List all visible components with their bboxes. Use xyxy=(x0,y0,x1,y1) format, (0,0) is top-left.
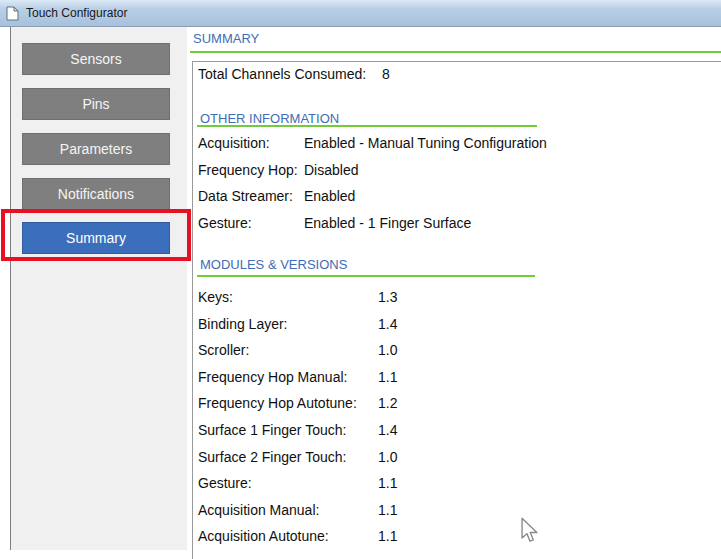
info-row-acquisition: Acquisition: Enabled - Manual Tuning Con… xyxy=(198,135,721,151)
info-label: Gesture: xyxy=(198,215,252,231)
module-version: 1.0 xyxy=(378,342,397,358)
module-label: Scroller: xyxy=(198,342,249,358)
module-version: 1.3 xyxy=(378,289,397,305)
module-label: Frequency Hop Autotune: xyxy=(198,395,357,411)
other-information-underline xyxy=(197,125,537,127)
sidebar-item-label: Summary xyxy=(66,230,126,246)
info-label: Frequency Hop: xyxy=(198,162,298,178)
summary-section-underline xyxy=(190,51,721,53)
window-title: Touch Configurator xyxy=(26,6,127,20)
summary-section-title: SUMMARY xyxy=(193,31,259,46)
modules-versions-title: MODULES & VERSIONS xyxy=(200,257,347,272)
info-label: Acquisition: xyxy=(198,135,270,151)
total-channels-label: Total Channels Consumed: xyxy=(198,66,366,82)
module-label: Keys: xyxy=(198,289,233,305)
module-version: 1.1 xyxy=(378,369,397,385)
info-value: Enabled - 1 Finger Surface xyxy=(304,215,471,231)
module-row-surface-1-finger: Surface 1 Finger Touch: 1.4 xyxy=(198,422,721,438)
module-row-acquisition-autotune: Acquisition Autotune: 1.1 xyxy=(198,528,721,544)
info-value: Disabled xyxy=(304,162,358,178)
info-row-frequency-hop: Frequency Hop: Disabled xyxy=(198,162,721,178)
info-row-data-streamer: Data Streamer: Enabled xyxy=(198,188,721,204)
module-version: 1.4 xyxy=(378,422,397,438)
module-row-binding-layer: Binding Layer: 1.4 xyxy=(198,316,721,332)
module-version: 1.0 xyxy=(378,449,397,465)
summary-panel: Total Channels Consumed: 8 OTHER INFORMA… xyxy=(192,61,721,559)
sidebar-item-label: Sensors xyxy=(70,51,121,67)
module-label: Acquisition Autotune: xyxy=(198,528,329,544)
module-label: Surface 1 Finger Touch: xyxy=(198,422,346,438)
module-row-gesture: Gesture: 1.1 xyxy=(198,475,721,491)
module-label: Binding Layer: xyxy=(198,316,288,332)
sidebar-item-pins[interactable]: Pins xyxy=(22,88,170,120)
window-titlebar[interactable]: Touch Configurator xyxy=(0,0,721,27)
sidebar-item-label: Parameters xyxy=(60,141,132,157)
module-label: Gesture: xyxy=(198,475,252,491)
sidebar: Sensors Pins Parameters Notifications Su… xyxy=(10,27,187,550)
module-row-frequency-hop-manual: Frequency Hop Manual: 1.1 xyxy=(198,369,721,385)
modules-versions-underline xyxy=(197,275,535,277)
sidebar-item-sensors[interactable]: Sensors xyxy=(22,43,170,75)
sidebar-item-label: Pins xyxy=(82,96,109,112)
total-channels-row: Total Channels Consumed: 8 xyxy=(198,66,721,82)
module-version: 1.1 xyxy=(378,475,397,491)
module-row-frequency-hop-autotune: Frequency Hop Autotune: 1.2 xyxy=(198,395,721,411)
module-row-surface-2-finger: Surface 2 Finger Touch: 1.0 xyxy=(198,449,721,465)
touch-configurator-window: Touch Configurator Sensors Pins Paramete… xyxy=(0,0,721,559)
sidebar-item-parameters[interactable]: Parameters xyxy=(22,133,170,165)
module-label: Surface 2 Finger Touch: xyxy=(198,449,346,465)
module-label: Frequency Hop Manual: xyxy=(198,369,347,385)
other-information-title: OTHER INFORMATION xyxy=(200,111,339,126)
module-row-keys: Keys: 1.3 xyxy=(198,289,721,305)
info-label: Data Streamer: xyxy=(198,188,293,204)
app-document-icon xyxy=(6,6,19,21)
info-value: Enabled - Manual Tuning Configuration xyxy=(304,135,547,151)
sidebar-item-notifications[interactable]: Notifications xyxy=(22,178,170,210)
sidebar-item-label: Notifications xyxy=(58,186,134,202)
sidebar-item-summary[interactable]: Summary xyxy=(22,222,170,254)
total-channels-value: 8 xyxy=(382,66,390,82)
module-version: 1.1 xyxy=(378,528,397,544)
module-version: 1.4 xyxy=(378,316,397,332)
module-row-acquisition-manual: Acquisition Manual: 1.1 xyxy=(198,502,721,518)
module-row-scroller: Scroller: 1.0 xyxy=(198,342,721,358)
module-version: 1.1 xyxy=(378,502,397,518)
info-value: Enabled xyxy=(304,188,355,204)
module-label: Acquisition Manual: xyxy=(198,502,319,518)
module-version: 1.2 xyxy=(378,395,397,411)
info-row-gesture: Gesture: Enabled - 1 Finger Surface xyxy=(198,215,721,231)
